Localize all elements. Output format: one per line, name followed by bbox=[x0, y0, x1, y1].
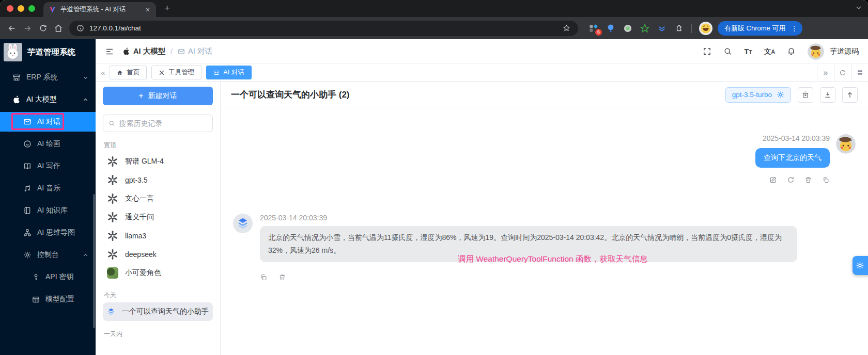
breadcrumb-current: AI 对话 bbox=[178, 46, 212, 56]
tabs-refresh-icon[interactable] bbox=[834, 64, 851, 81]
app-logo-row[interactable]: 芋道管理系统 bbox=[0, 39, 96, 65]
puzzle-extensions-icon[interactable] bbox=[674, 23, 684, 34]
sidebar-item-ai-writing[interactable]: AI 写作 bbox=[0, 156, 96, 176]
sidebar-item-label: 控制台 bbox=[37, 250, 59, 260]
download-button[interactable] bbox=[820, 87, 835, 103]
star-extension-icon[interactable] bbox=[640, 23, 650, 34]
close-window-button[interactable] bbox=[7, 5, 13, 12]
balloon-extension-icon[interactable] bbox=[606, 23, 616, 34]
tabs-layout-grid-icon[interactable] bbox=[851, 64, 868, 81]
arrow-up-icon bbox=[846, 91, 854, 99]
sidebar-item-label: ERP 系统 bbox=[26, 73, 57, 82]
page-tab-home[interactable]: 首页 bbox=[110, 66, 147, 79]
username[interactable]: 芋道源码 bbox=[830, 47, 859, 56]
sidebar-scrollbar[interactable] bbox=[93, 194, 95, 328]
site-info-icon[interactable] bbox=[76, 24, 84, 32]
apple-icon bbox=[12, 95, 21, 104]
delete-icon[interactable] bbox=[278, 273, 286, 281]
search-icon[interactable] bbox=[723, 47, 732, 56]
search-icon bbox=[109, 120, 115, 127]
conversation-item[interactable]: 小可爱角色 bbox=[103, 264, 213, 282]
model-selector[interactable]: gpt-3.5-turbo bbox=[725, 87, 791, 103]
conversation-item-selected[interactable]: 一个可以查询天气的小助手 bbox=[103, 302, 213, 321]
minimize-window-button[interactable] bbox=[18, 5, 24, 12]
conversation-item[interactable]: gpt-3.5 bbox=[103, 171, 213, 189]
forward-icon[interactable] bbox=[20, 21, 35, 36]
conversation-item[interactable]: 通义千问 bbox=[103, 208, 213, 227]
browser-tab[interactable]: 芋道管理系统 - AI 对话 × bbox=[43, 2, 156, 17]
app-logo bbox=[4, 43, 22, 61]
new-conversation-button[interactable]: + 新建对话 bbox=[103, 87, 213, 105]
chat-settings-floating-button[interactable] bbox=[853, 256, 868, 275]
sidebar-item-ai-knowledge[interactable]: AI 知识库 bbox=[0, 201, 96, 220]
copy-icon[interactable] bbox=[822, 176, 830, 184]
chrome-update-button[interactable]: 有新版 Chrome 可用 ⋮ bbox=[718, 21, 802, 36]
sidebar-item-ai-mindmap[interactable]: AI 思维导图 bbox=[0, 223, 96, 243]
sidebar-item-console[interactable]: 控制台 bbox=[0, 245, 96, 265]
browser-tabstrip: 芋道管理系统 - AI 对话 × + bbox=[0, 0, 868, 17]
home-icon[interactable] bbox=[51, 21, 66, 36]
scroll-top-button[interactable] bbox=[842, 87, 858, 103]
storefront-icon bbox=[12, 73, 21, 82]
ai-message-row: 2025-03-14 20:03:39 北京的天气情况为小雪，当前气温为11摄氏… bbox=[233, 214, 856, 281]
fullscreen-icon[interactable] bbox=[703, 47, 711, 56]
extension-icons: 6 bbox=[588, 23, 684, 34]
conversation-item[interactable]: deepseek bbox=[103, 245, 213, 264]
user-avatar[interactable] bbox=[808, 43, 824, 60]
clear-conversation-button[interactable] bbox=[798, 87, 813, 103]
collapse-menu-icon[interactable] bbox=[105, 47, 114, 56]
message-timestamp: 2025-03-14 20:03:39 bbox=[763, 134, 830, 142]
bookmark-star-icon[interactable] bbox=[562, 24, 571, 33]
regenerate-icon[interactable] bbox=[787, 176, 795, 184]
reload-icon[interactable] bbox=[35, 21, 51, 36]
bell-icon[interactable] bbox=[787, 47, 796, 56]
conversation-item[interactable]: 文心一言 bbox=[103, 189, 213, 208]
delete-icon[interactable] bbox=[804, 176, 812, 184]
chevrons-extension-icon[interactable] bbox=[657, 23, 667, 34]
tabs-scroll-left-icon[interactable]: « bbox=[101, 68, 105, 77]
openai-icon bbox=[107, 174, 118, 186]
back-icon[interactable] bbox=[4, 21, 20, 36]
tab-close-icon[interactable]: × bbox=[144, 6, 152, 14]
browser-toolbar: 127.0.0.1/ai/chat 6 bbox=[0, 17, 868, 39]
sidebar-item-ai-draw[interactable]: AI 绘画 bbox=[0, 134, 96, 154]
assistant-avatar bbox=[233, 214, 253, 233]
sidebar-item-label: AI 写作 bbox=[37, 162, 60, 171]
mail-icon bbox=[178, 48, 185, 55]
sidebar-item-ai-chat[interactable]: AI 对话 bbox=[0, 112, 96, 132]
plus-icon: + bbox=[138, 91, 143, 101]
record-extension-icon[interactable] bbox=[623, 23, 633, 34]
page-tabs-bar: « 首页 工具管理 AI 对话 » bbox=[96, 64, 868, 82]
maximize-window-button[interactable] bbox=[28, 5, 35, 12]
edit-icon[interactable] bbox=[769, 176, 777, 184]
mail-icon bbox=[23, 118, 32, 126]
translate-icon[interactable]: 文A bbox=[764, 47, 775, 56]
sidebar-item-model-config[interactable]: 模型配置 bbox=[0, 289, 96, 309]
page-tab-tools[interactable]: 工具管理 bbox=[151, 66, 202, 79]
config-grid-icon bbox=[32, 296, 40, 303]
font-size-icon[interactable]: TT bbox=[744, 47, 752, 56]
new-tab-button[interactable]: + bbox=[164, 3, 170, 14]
browser-menu-icon[interactable]: ⋮ bbox=[788, 24, 800, 33]
address-bar[interactable]: 127.0.0.1/ai/chat bbox=[69, 21, 578, 36]
smiley-icon bbox=[23, 140, 32, 148]
history-search-box[interactable] bbox=[103, 115, 213, 132]
page-tab-ai-chat[interactable]: AI 对话 bbox=[206, 66, 251, 79]
sidebar-item-label: AI 绘画 bbox=[37, 139, 60, 149]
history-search-input[interactable] bbox=[119, 119, 208, 127]
sidebar-item-erp[interactable]: ERP 系统 bbox=[0, 68, 96, 87]
blocks-extension-icon[interactable]: 6 bbox=[588, 23, 599, 34]
sidebar-item-api-keys[interactable]: API 密钥 bbox=[0, 267, 96, 287]
openai-icon bbox=[107, 249, 118, 260]
section-label-older: 一天内 bbox=[104, 330, 212, 338]
conversation-item[interactable]: llama3 bbox=[103, 227, 213, 245]
copy-icon[interactable] bbox=[260, 273, 268, 281]
tab-search-chevron-icon[interactable] bbox=[855, 4, 863, 12]
sidebar-item-ai-models[interactable]: AI 大模型 bbox=[0, 90, 96, 109]
sidebar-item-ai-music[interactable]: AI 音乐 bbox=[0, 179, 96, 198]
openai-icon bbox=[107, 212, 118, 223]
tabs-scroll-right-icon[interactable]: » bbox=[817, 64, 834, 81]
breadcrumb-parent[interactable]: AI 大模型 bbox=[122, 46, 165, 56]
conversation-item[interactable]: 智谱 GLM-4 bbox=[103, 152, 213, 171]
profile-avatar[interactable] bbox=[699, 22, 712, 35]
